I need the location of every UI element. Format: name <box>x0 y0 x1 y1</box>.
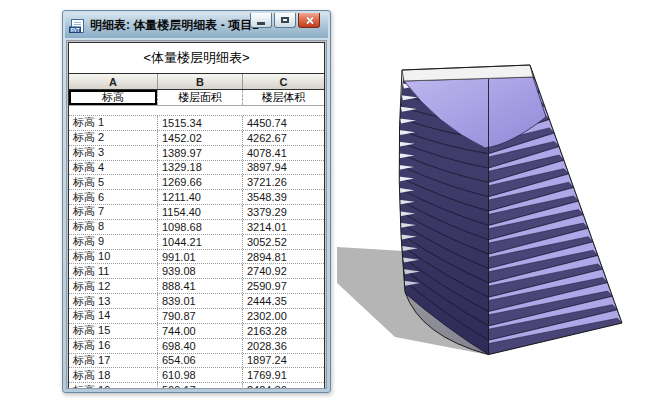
schedule-cell[interactable]: 790.87 <box>158 309 243 323</box>
schedule-cell[interactable]: 标高 16 <box>69 339 158 353</box>
schedule-cell[interactable]: 标高 18 <box>69 368 158 382</box>
schedule-cell[interactable]: 610.98 <box>158 368 243 382</box>
schedule-cell[interactable]: 标高 12 <box>69 279 158 293</box>
revit-schedule-icon: RVT <box>69 19 85 33</box>
schedule-cell[interactable]: 2302.00 <box>243 309 324 323</box>
schedule-cell[interactable]: 3721.26 <box>243 175 324 189</box>
column-letter-B[interactable]: B <box>158 74 243 89</box>
schedule-cell[interactable]: 标高 17 <box>69 354 158 368</box>
schedule-cell[interactable]: 2424.36 <box>243 383 324 389</box>
schedule-cell[interactable]: 标高 1 <box>69 116 158 130</box>
schedule-cell[interactable]: 标高 4 <box>69 161 158 175</box>
schedule-cell[interactable]: 569.17 <box>158 383 243 389</box>
schedule-cell[interactable]: 标高 6 <box>69 190 158 204</box>
schedule-cell[interactable]: 4450.74 <box>243 116 324 130</box>
schedule-row: 标高 41329.183897.94 <box>69 161 324 176</box>
header-cell[interactable]: 楼层体积 <box>243 90 324 105</box>
schedule-row: 标高 18610.981769.91 <box>69 368 324 383</box>
close-icon <box>305 16 314 25</box>
schedule-cell[interactable]: 1897.24 <box>243 354 324 368</box>
window-controls <box>250 13 320 28</box>
schedule-row: 标高 91044.213052.52 <box>69 235 324 250</box>
schedule-cell[interactable]: 2028.36 <box>243 339 324 353</box>
schedule-cell[interactable]: 1269.66 <box>158 175 243 189</box>
schedule-row: 标高 81098.683214.01 <box>69 220 324 235</box>
schedule-row: 标高 17654.061897.24 <box>69 354 324 369</box>
schedule-cell[interactable]: 4078.41 <box>243 146 324 160</box>
schedule-cell[interactable]: 1044.21 <box>158 235 243 249</box>
maximize-button[interactable] <box>274 13 296 28</box>
schedule-row: 标高 31389.974078.41 <box>69 146 324 161</box>
schedule-cell[interactable]: 标高 14 <box>69 309 158 323</box>
schedule-row: 标高 12888.412590.97 <box>69 279 324 294</box>
schedule-cell[interactable]: 1098.68 <box>158 220 243 234</box>
schedule-cell[interactable]: 标高 10 <box>69 250 158 264</box>
minimize-icon <box>257 22 265 25</box>
header-cell[interactable]: 标高 <box>69 90 158 105</box>
schedule-cell[interactable]: 698.40 <box>158 339 243 353</box>
schedule-row: 标高 10991.012894.81 <box>69 250 324 265</box>
schedule-cell[interactable]: 标高 3 <box>69 146 158 160</box>
schedule-cell[interactable]: 939.08 <box>158 264 243 278</box>
schedule-row: 标高 14790.872302.00 <box>69 309 324 324</box>
spacer-row <box>69 106 324 116</box>
mass-model-3d-view <box>325 35 671 400</box>
svg-text:RVT: RVT <box>70 27 79 32</box>
schedule-row: 标高 11515.344450.74 <box>69 116 324 131</box>
schedule-cell[interactable]: 2590.97 <box>243 279 324 293</box>
close-button[interactable] <box>298 13 320 28</box>
schedule-cell[interactable]: 1329.18 <box>158 161 243 175</box>
schedule-cell[interactable]: 1452.02 <box>158 131 243 145</box>
schedule-cell[interactable]: 744.00 <box>158 324 243 338</box>
schedule-cell[interactable]: 3897.94 <box>243 161 324 175</box>
schedule-cell[interactable]: 1389.97 <box>158 146 243 160</box>
column-letter-row: ABC <box>69 74 324 90</box>
schedule-cell[interactable]: 标高 15 <box>69 324 158 338</box>
minimize-button[interactable] <box>250 13 272 28</box>
schedule-cell[interactable]: 2740.92 <box>243 264 324 278</box>
schedule-cell[interactable]: 标高 11 <box>69 264 158 278</box>
schedule-row: 标高 21452.024262.67 <box>69 131 324 146</box>
schedule-row: 标高 19569.172424.36 <box>69 383 324 389</box>
schedule-cell[interactable]: 2894.81 <box>243 250 324 264</box>
schedule-row: 标高 16698.402028.36 <box>69 339 324 354</box>
schedule-cell[interactable]: 991.01 <box>158 250 243 264</box>
schedule-view-area: <体量楼层明细表> ABC 标高楼层面积楼层体积 标高 11515.344450… <box>66 40 327 389</box>
schedule-cell[interactable]: 标高 13 <box>69 294 158 308</box>
schedule-cell[interactable]: 标高 2 <box>69 131 158 145</box>
window-titlebar[interactable]: RVT 明细表: 体量楼层明细表 - 项目1 <box>65 13 328 38</box>
schedule-row: 标高 11939.082740.92 <box>69 264 324 279</box>
schedule-cell[interactable]: 标高 19 <box>69 383 158 389</box>
schedule-cell[interactable]: 3379.29 <box>243 205 324 219</box>
schedule-cell[interactable]: 2444.35 <box>243 294 324 308</box>
schedule-cell[interactable]: 1769.91 <box>243 368 324 382</box>
schedule-cell[interactable]: 2163.28 <box>243 324 324 338</box>
column-letter-A[interactable]: A <box>69 74 158 89</box>
schedule-cell[interactable]: 1154.40 <box>158 205 243 219</box>
header-cell[interactable]: 楼层面积 <box>158 90 243 105</box>
header-row: 标高楼层面积楼层体积 <box>69 90 324 106</box>
schedule-cell[interactable]: 888.41 <box>158 279 243 293</box>
schedule-cell[interactable]: 654.06 <box>158 354 243 368</box>
schedule-cell[interactable]: 3548.39 <box>243 190 324 204</box>
schedule-table: <体量楼层明细表> ABC 标高楼层面积楼层体积 标高 11515.344450… <box>68 42 325 389</box>
schedule-title: <体量楼层明细表> <box>69 43 324 74</box>
schedule-cell[interactable]: 3052.52 <box>243 235 324 249</box>
maximize-icon <box>281 17 289 23</box>
schedule-cell[interactable]: 标高 5 <box>69 175 158 189</box>
schedule-row: 标高 71154.403379.29 <box>69 205 324 220</box>
data-rows: 标高 11515.344450.74标高 21452.024262.67标高 3… <box>69 116 324 389</box>
schedule-cell[interactable]: 1515.34 <box>158 116 243 130</box>
schedule-cell[interactable]: 4262.67 <box>243 131 324 145</box>
column-letter-C[interactable]: C <box>243 74 324 89</box>
schedule-row: 标高 61211.403548.39 <box>69 190 324 205</box>
schedule-cell[interactable]: 标高 7 <box>69 205 158 219</box>
schedule-cell[interactable]: 839.01 <box>158 294 243 308</box>
schedule-cell[interactable]: 3214.01 <box>243 220 324 234</box>
schedule-row: 标高 13839.012444.35 <box>69 294 324 309</box>
schedule-cell[interactable]: 标高 9 <box>69 235 158 249</box>
schedule-row: 标高 51269.663721.26 <box>69 175 324 190</box>
schedule-cell[interactable]: 标高 8 <box>69 220 158 234</box>
schedule-cell[interactable]: 1211.40 <box>158 190 243 204</box>
schedule-row: 标高 15744.002163.28 <box>69 324 324 339</box>
